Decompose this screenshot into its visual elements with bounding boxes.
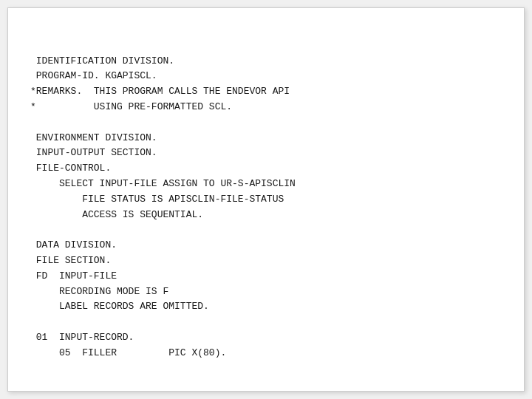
- editor-window: IDENTIFICATION DIVISION. PROGRAM-ID. KGA…: [7, 7, 525, 392]
- code-line: 05 FILLER PIC X(80).: [30, 346, 502, 361]
- code-line: FILE-CONTROL.: [30, 161, 502, 177]
- empty-line: [30, 222, 502, 238]
- code-line: 01 INPUT-RECORD.: [30, 330, 502, 346]
- code-line: LABEL RECORDS ARE OMITTED.: [30, 299, 502, 315]
- code-line: DATA DIVISION.: [30, 238, 502, 253]
- code-line: IDENTIFICATION DIVISION.: [30, 54, 502, 69]
- code-line: PROGRAM-ID. KGAPISCL.: [30, 69, 502, 84]
- code-line: ACCESS IS SEQUENTIAL.: [30, 208, 502, 223]
- code-line: FILE STATUS IS APISCLIN-FILE-STATUS: [30, 192, 502, 208]
- code-line: INPUT-OUTPUT SECTION.: [30, 146, 502, 161]
- empty-line: [30, 315, 502, 330]
- code-line: *REMARKS. THIS PROGRAM CALLS THE ENDEVOR…: [30, 84, 502, 100]
- empty-line: [30, 115, 502, 131]
- code-line: RECORDING MODE IS F: [30, 284, 502, 300]
- code-line: FD INPUT-FILE: [30, 269, 502, 284]
- code-line: * USING PRE-FORMATTED SCL.: [30, 100, 502, 115]
- code-line: ENVIRONMENT DIVISION.: [30, 131, 502, 146]
- code-line: SELECT INPUT-FILE ASSIGN TO UR-S-APISCLI…: [30, 177, 502, 192]
- code-content: IDENTIFICATION DIVISION. PROGRAM-ID. KGA…: [30, 23, 502, 361]
- code-line: FILE SECTION.: [30, 253, 502, 269]
